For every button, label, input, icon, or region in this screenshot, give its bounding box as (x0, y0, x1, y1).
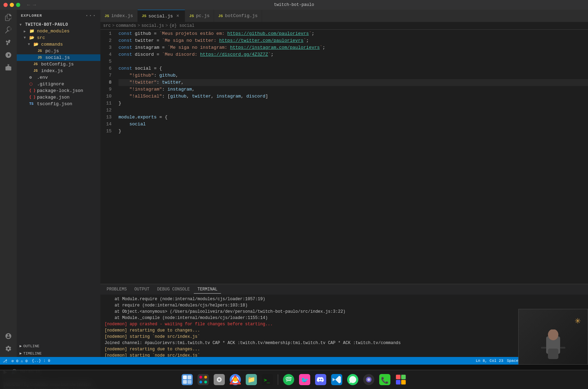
tab-pc.js[interactable]: JS pc.js (185, 10, 214, 22)
maximize-button[interactable] (16, 3, 20, 7)
video-preview: ✳ (518, 309, 588, 365)
dock-finder2[interactable]: 📁 (244, 373, 258, 387)
json-file-icon: { } (29, 89, 36, 93)
terminal-line: at require (node:internal/modules/cjs/he… (105, 302, 584, 309)
js-file-icon: JS (33, 69, 40, 73)
code-line-6: const social = { (119, 65, 588, 72)
extensions-icon[interactable] (3, 63, 13, 72)
sidebar-item-src[interactable]: ▼ 📂 src (17, 34, 100, 41)
ts-file-icon: TS (29, 102, 36, 106)
compass-star-icon: ✳ (575, 314, 581, 326)
terminal-tab-debug[interactable]: DEBUG CONSOLE (154, 286, 193, 293)
tab-botConfig.js[interactable]: JS botConfig.js (214, 10, 262, 22)
svg-point-33 (367, 378, 370, 381)
dock-discord[interactable] (314, 373, 328, 387)
terminal-line: [nodemon] starting `node src/index.js` (105, 334, 584, 340)
svg-rect-39 (396, 380, 400, 384)
traffic-lights (3, 3, 20, 7)
terminal-tab-output[interactable]: OUTPUT (131, 286, 153, 293)
dock: 📁 >_ 🐦 (0, 370, 588, 389)
svg-rect-8 (183, 380, 187, 384)
code-line-8: "!twitter": twitter, (119, 79, 588, 86)
back-arrow[interactable]: ← (27, 2, 30, 8)
svg-point-12 (204, 376, 207, 379)
outline-section[interactable]: ▶ OUTLINE (17, 342, 100, 350)
svg-point-1 (548, 329, 558, 340)
editor-area: JS index.js JS social.js × JS pc.js JS b… (100, 10, 588, 357)
chevron-right-icon: ▶ (20, 344, 22, 348)
video-placeholder: ✳ (519, 309, 588, 364)
js-tab-icon: JS (218, 14, 223, 18)
sidebar-menu-button[interactable]: ··· (85, 13, 96, 19)
terminal-line: [nodemon] app crashed - waiting for file… (105, 321, 584, 327)
dock-launchpad[interactable] (196, 373, 210, 387)
accounts-icon[interactable] (3, 331, 13, 341)
terminal-line: at Module._compile (node:internal/module… (105, 315, 584, 321)
tab-close-button[interactable]: × (175, 13, 181, 19)
dock-vscode[interactable] (330, 373, 344, 387)
svg-rect-6 (183, 375, 187, 379)
run-debug-icon[interactable] (3, 50, 13, 60)
line-numbers: 1 2 3 4 5 6 7 8 9 10 11 12 13 14 15 (100, 30, 114, 284)
svg-text:🐦: 🐦 (301, 376, 309, 384)
sidebar-item-package.json[interactable]: { } package.json (17, 94, 100, 101)
code-line-9: "!instagram": instagram, (119, 86, 588, 93)
code-line-12 (119, 107, 588, 114)
dock-colorful[interactable] (394, 373, 408, 387)
git-branch-icon: ⎇ (3, 359, 7, 363)
terminal-line: at Module.require (node:internal/modules… (105, 296, 584, 302)
dock-terminal[interactable]: >_ (260, 373, 274, 387)
js-file-icon: JS (38, 49, 44, 53)
sidebar-item-index.js[interactable]: JS index.js (17, 68, 100, 74)
tabs-bar: JS index.js JS social.js × JS pc.js JS b… (100, 10, 588, 22)
sidebar: Explorer ··· ▼ TWITCH-BOT-PAULO ▶ 📁 node… (17, 10, 100, 357)
timeline-section[interactable]: ▶ TIMELINE (17, 350, 100, 357)
terminal-line: at Object.<anonymous> (/Users/pauloolive… (105, 309, 584, 315)
git-icon: ⬡ (29, 82, 36, 86)
sidebar-item-tsconfig.json[interactable]: TS tsconfig.json (17, 101, 100, 107)
forward-arrow[interactable]: → (33, 2, 36, 8)
dock-obs[interactable] (362, 373, 376, 387)
dock-finder[interactable] (180, 373, 194, 387)
terminal-container: PROBLEMS OUTPUT DEBUG CONSOLE TERMINAL a… (100, 284, 588, 357)
minimize-button[interactable] (10, 3, 14, 7)
source-control-icon[interactable] (3, 38, 13, 47)
tab-index.js[interactable]: JS index.js (100, 10, 138, 22)
close-button[interactable] (3, 3, 8, 7)
sidebar-item-node_modules[interactable]: ▶ 📁 node_modules (17, 28, 100, 34)
sidebar-item-botConfig.js[interactable]: JS botConfig.js (17, 61, 100, 68)
status-bar: ⎇ ⊘ 0 ⚠ 0 {..} : 0 Ln 8, Col 23 Spaces: … (0, 357, 588, 365)
dock-system-prefs[interactable] (212, 373, 226, 387)
sidebar-item-pc.js[interactable]: JS pc.js (17, 48, 100, 54)
dock-phone[interactable]: 📞 (378, 373, 392, 387)
dock-spotify[interactable] (282, 373, 296, 387)
json-file-icon: { } (29, 95, 36, 99)
window-title: twitch-bot-paulo (274, 2, 314, 7)
sidebar-item-package-lock.json[interactable]: { } package-lock.json (17, 87, 100, 94)
sidebar-item-commands[interactable]: ▼ 📂 commands (17, 41, 100, 48)
terminal-tab-terminal[interactable]: TERMINAL (194, 286, 221, 294)
explorer-icon[interactable] (3, 13, 13, 22)
tab-social.js[interactable]: JS social.js × (138, 10, 185, 22)
sidebar-item-social.js[interactable]: JS social.js (17, 54, 100, 61)
chevron-right-icon: ▶ (20, 351, 22, 356)
svg-rect-3 (541, 347, 546, 349)
editor-content[interactable]: 1 2 3 4 5 6 7 8 9 10 11 12 13 14 15 (100, 30, 588, 284)
dock-bird-app[interactable]: 🐦 (298, 373, 312, 387)
code-line-10: "!allSocial": [github, twitter, instagra… (119, 93, 588, 100)
js-file-icon: JS (38, 56, 44, 60)
svg-text:📁: 📁 (247, 376, 255, 383)
settings-icon[interactable] (3, 344, 13, 353)
search-icon[interactable] (3, 25, 13, 35)
sidebar-item-root[interactable]: ▼ TWITCH-BOT-PAULO (17, 22, 100, 28)
folder-icon: 📁 (29, 29, 36, 34)
terminal-tab-problems[interactable]: PROBLEMS (103, 286, 130, 293)
sidebar-item-env[interactable]: ⚙️ .env (17, 74, 100, 81)
terminal-output[interactable]: at Module.require (node:internal/modules… (100, 295, 588, 357)
terminal-line: [nodemon] starting `node src/index.js` (105, 352, 584, 357)
dock-whatsapp[interactable] (346, 373, 360, 387)
dock-chrome[interactable] (228, 373, 242, 387)
svg-point-14 (204, 381, 207, 383)
sidebar-item-gitignore[interactable]: ⬡ .gitignore (17, 81, 100, 87)
code-editor[interactable]: const github = `Meus projetos estão em: … (114, 30, 588, 284)
